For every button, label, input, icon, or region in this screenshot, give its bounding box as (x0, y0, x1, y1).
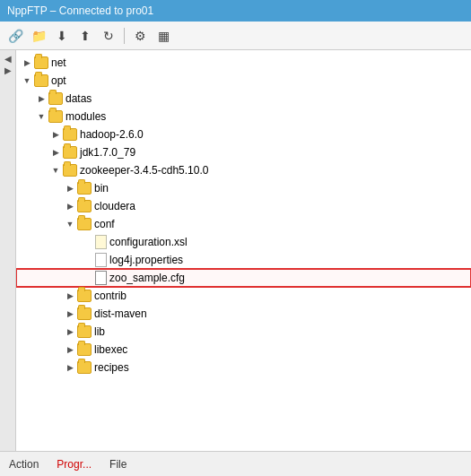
label-opt: opt (51, 74, 66, 87)
label-log4j: log4j.properties (109, 254, 183, 266)
tree-item-config-xsl[interactable]: configuration.xsl (16, 233, 471, 251)
toggle-jdk[interactable]: ▶ (48, 145, 63, 160)
toggle-contrib[interactable]: ▶ (63, 289, 77, 303)
label-modules: modules (65, 110, 106, 123)
label-hadoop: hadoop-2.6.0 (80, 128, 144, 141)
label-jdk: jdk1.7.0_79 (80, 146, 135, 159)
label-cloudera: cloudera (94, 200, 135, 212)
title-bar: NppFTP – Connected to pro01 (0, 0, 471, 22)
label-zoo-cfg: zoo_sample.cfg (109, 272, 185, 284)
folder-icon-zookeeper (63, 164, 77, 177)
tree-item-jdk[interactable]: ▶ jdk1.7.0_79 (16, 143, 471, 161)
toolbar-btn-grid[interactable]: ▦ (153, 26, 173, 46)
folder-icon-opt (34, 74, 48, 87)
label-contrib: contrib (94, 290, 126, 302)
toggle-hadoop[interactable]: ▶ (48, 127, 63, 142)
tree-item-zoo-cfg[interactable]: zoo_sample.cfg (16, 269, 471, 287)
folder-icon-distmaven (77, 307, 92, 320)
nav-arrow-right[interactable]: ▶ (4, 65, 12, 75)
left-nav: ◀ ▶ (0, 50, 16, 451)
label-bin: bin (94, 182, 109, 195)
folder-icon-bin (77, 182, 92, 195)
label-recipes: recipes (94, 361, 129, 374)
tree-item-net[interactable]: ▶ net (16, 54, 471, 72)
nav-arrow-left[interactable]: ◀ (4, 54, 12, 64)
toolbar-btn-refresh[interactable]: ↻ (99, 26, 118, 46)
file-icon-zoo-cfg (95, 271, 107, 285)
tree-item-datas[interactable]: ▶ datas (16, 90, 471, 108)
folder-icon-jdk (63, 146, 77, 159)
file-tree-panel[interactable]: ▶ net ▼ opt ▶ datas ▼ modules (16, 50, 471, 451)
title-text: NppFTP – Connected to pro01 (7, 4, 153, 17)
folder-icon-hadoop (63, 128, 77, 141)
label-conf: conf (94, 218, 115, 230)
tree-item-opt[interactable]: ▼ opt (16, 72, 471, 90)
folder-icon-conf (77, 218, 92, 230)
status-tab-action[interactable]: Action (0, 454, 48, 474)
label-net: net (51, 56, 66, 69)
content-area: ◀ ▶ ▶ net ▼ opt ▶ datas (0, 50, 471, 451)
toolbar: 🔗 📁 ⬇ ⬆ ↻ ⚙ ▦ (0, 22, 471, 50)
status-tab-file[interactable]: File (100, 454, 135, 474)
folder-icon-cloudera (77, 200, 92, 212)
file-icon-config-xsl (95, 235, 107, 249)
tree-item-contrib[interactable]: ▶ contrib (16, 287, 471, 305)
file-icon-log4j (95, 253, 107, 267)
tree-item-lib[interactable]: ▶ lib (16, 323, 471, 341)
toolbar-btn-clipboard[interactable]: 📁 (29, 26, 48, 46)
tree-item-cloudera[interactable]: ▶ cloudera (16, 197, 471, 215)
toggle-datas[interactable]: ▶ (34, 91, 48, 106)
folder-icon-datas (48, 92, 63, 105)
label-datas: datas (65, 92, 92, 105)
toolbar-btn-upload[interactable]: ⬆ (75, 26, 95, 46)
folder-icon-libexec (77, 343, 92, 356)
tree-item-zookeeper[interactable]: ▼ zookeeper-3.4.5-cdh5.10.0 (16, 161, 471, 179)
toolbar-separator-1 (124, 28, 125, 44)
toggle-distmaven[interactable]: ▶ (63, 307, 77, 321)
folder-icon-contrib (77, 290, 92, 302)
toolbar-btn-download[interactable]: ⬇ (52, 26, 72, 46)
folder-icon-recipes (77, 361, 92, 374)
toggle-zookeeper[interactable]: ▼ (48, 163, 63, 177)
toggle-conf[interactable]: ▼ (63, 217, 77, 231)
toggle-opt[interactable]: ▼ (20, 74, 34, 88)
tree-item-recipes[interactable]: ▶ recipes (16, 359, 471, 376)
label-config-xsl: configuration.xsl (109, 236, 188, 248)
status-tab-progress[interactable]: Progr... (48, 454, 100, 474)
label-zookeeper: zookeeper-3.4.5-cdh5.10.0 (80, 164, 208, 177)
toggle-bin[interactable]: ▶ (63, 181, 77, 195)
tree-item-modules[interactable]: ▼ modules (16, 108, 471, 125)
tree-item-bin[interactable]: ▶ bin (16, 179, 471, 197)
toggle-lib[interactable]: ▶ (63, 325, 77, 339)
tree-item-log4j[interactable]: log4j.properties (16, 251, 471, 269)
toggle-net[interactable]: ▶ (20, 56, 34, 70)
folder-icon-modules (48, 110, 63, 123)
label-distmaven: dist-maven (94, 307, 147, 320)
toggle-cloudera[interactable]: ▶ (63, 199, 77, 213)
tree-item-conf[interactable]: ▼ conf (16, 215, 471, 233)
label-libexec: libexec (94, 343, 127, 356)
toggle-modules[interactable]: ▼ (34, 109, 48, 124)
toggle-recipes[interactable]: ▶ (63, 360, 77, 375)
label-lib: lib (94, 325, 105, 338)
tree-item-distmaven[interactable]: ▶ dist-maven (16, 305, 471, 323)
tree-item-hadoop[interactable]: ▶ hadoop-2.6.0 (16, 125, 471, 143)
toolbar-btn-settings[interactable]: ⚙ (130, 26, 150, 46)
folder-icon-net (34, 56, 48, 69)
toolbar-btn-connect[interactable]: 🔗 (5, 26, 25, 46)
main-container: NppFTP – Connected to pro01 🔗 📁 ⬇ ⬆ ↻ ⚙ … (0, 0, 471, 476)
folder-icon-lib (77, 325, 92, 338)
toggle-libexec[interactable]: ▶ (63, 342, 77, 357)
tree-item-libexec[interactable]: ▶ libexec (16, 341, 471, 359)
status-bar: Action Progr... File (0, 451, 471, 476)
